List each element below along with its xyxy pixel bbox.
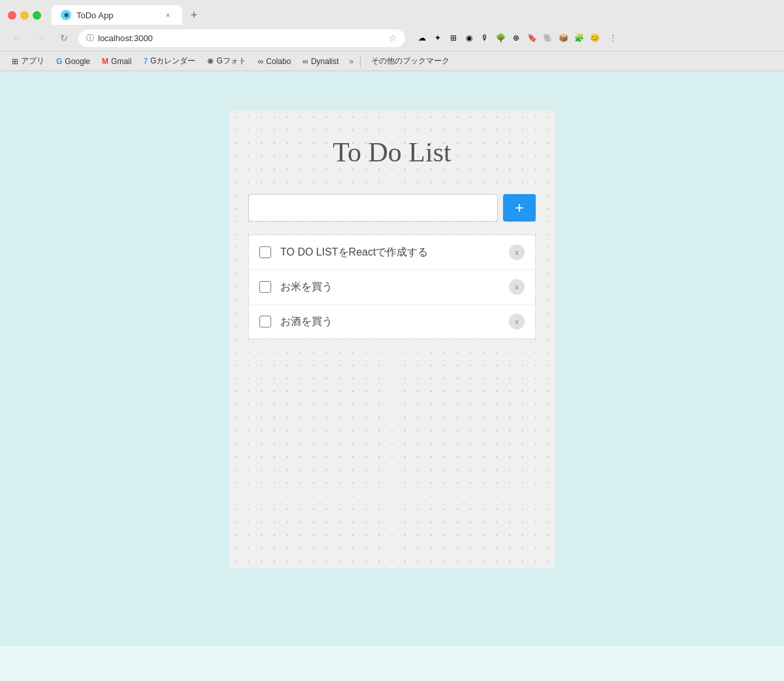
ext-9[interactable]: 🧩 (572, 31, 585, 44)
todo-text-1: TO DO LISTをReactで作成する (280, 246, 500, 259)
todo-delete-3[interactable]: x (509, 314, 525, 329)
bookmark-gcal[interactable]: 7 Gカレンダー (139, 54, 199, 68)
todo-checkbox-1[interactable] (259, 246, 271, 258)
colabo-icon: ∞ (258, 57, 264, 66)
lock-icon: ⓘ (86, 33, 94, 44)
todo-delete-1[interactable]: x (509, 244, 525, 260)
ext-10[interactable]: 😊 (588, 31, 601, 44)
todo-checkbox-3[interactable] (259, 316, 271, 327)
tab-favicon: ⚛ (61, 10, 71, 20)
ext-1[interactable]: ⊞ (447, 31, 460, 44)
page-content: To Do List + TO DO LISTをReactで作成する x お米を… (0, 71, 784, 646)
ext-dropbox[interactable]: ✦ (431, 31, 444, 44)
bookmark-google[interactable]: G Google (52, 56, 94, 67)
bookmark-gmail[interactable]: M Gmail (98, 56, 135, 67)
todo-list: TO DO LISTをReactで作成する x お米を買う x お酒を買う x (248, 235, 536, 339)
bookmark-apps-label: アプリ (21, 56, 44, 67)
todo-text-3: お酒を買う (280, 315, 500, 329)
active-tab[interactable]: ⚛ ToDo App × (52, 5, 182, 25)
address-bar-row: ← → ↻ ⓘ localhost:3000 ☆ ☁ ✦ ⊞ ◉ 🎙 🌳 ⊕ 🔖… (0, 25, 784, 51)
todo-text-2: お米を買う (280, 280, 500, 294)
ext-cloud[interactable]: ☁ (416, 31, 429, 44)
ext-5[interactable]: ⊕ (510, 31, 523, 44)
apps-icon: ⊞ (12, 57, 18, 66)
traffic-light-close[interactable] (8, 11, 16, 20)
bookmark-gphoto-label: Gフォト (216, 56, 246, 67)
todo-title: To Do List (248, 137, 536, 168)
todo-input-row: + (248, 194, 536, 222)
traffic-light-maximize[interactable] (33, 11, 41, 20)
gmail-icon: M (102, 57, 108, 66)
ext-2[interactable]: ◉ (463, 31, 476, 44)
url-display: localhost:3000 (98, 33, 385, 43)
tab-title: ToDo App (76, 10, 113, 20)
more-bookmarks-button[interactable]: » (350, 57, 354, 66)
refresh-button[interactable]: ↻ (55, 29, 73, 47)
dynalist-icon: ∞ (302, 57, 308, 66)
bookmark-colabo-label: Colabo (266, 57, 291, 66)
ext-3[interactable]: 🎙 (478, 31, 491, 44)
gcal-icon: 7 (143, 57, 148, 66)
google-icon: G (56, 57, 62, 66)
other-bookmarks-label: その他のブックマーク (371, 56, 449, 67)
browser-chrome: ⚛ ToDo App × + ← → ↻ ⓘ localhost:3000 ☆ … (0, 0, 784, 71)
bookmark-apps[interactable]: ⊞ アプリ (8, 54, 48, 68)
address-bar[interactable]: ⓘ localhost:3000 ☆ (78, 29, 405, 47)
more-menu-button[interactable]: ⋮ (604, 29, 622, 47)
bookmark-star-icon[interactable]: ☆ (389, 33, 397, 43)
traffic-light-minimize[interactable] (20, 11, 29, 20)
traffic-lights (8, 11, 41, 20)
bookmark-colabo[interactable]: ∞ Colabo (254, 56, 295, 67)
todo-card: To Do List + TO DO LISTをReactで作成する x お米を… (229, 110, 555, 568)
back-button[interactable]: ← (8, 29, 26, 47)
ext-4[interactable]: 🌳 (494, 31, 507, 44)
todo-item: TO DO LISTをReactで作成する x (249, 235, 535, 270)
todo-checkbox-2[interactable] (259, 281, 271, 293)
bookmark-gphoto[interactable]: ❋ Gフォト (203, 54, 250, 68)
tab-close-button[interactable]: × (163, 10, 173, 20)
todo-input[interactable] (248, 194, 498, 222)
bookmark-separator (360, 56, 361, 67)
new-tab-button[interactable]: + (185, 6, 203, 24)
ext-8[interactable]: 📦 (557, 31, 570, 44)
todo-delete-2[interactable]: x (509, 279, 525, 295)
tab-bar: ⚛ ToDo App × + (0, 0, 784, 25)
forward-button[interactable]: → (31, 29, 50, 47)
ext-7[interactable]: 🐘 (541, 31, 554, 44)
add-todo-button[interactable]: + (503, 194, 536, 222)
bookmark-google-label: Google (65, 57, 90, 66)
gphoto-icon: ❋ (207, 57, 214, 66)
bookmark-dynalist[interactable]: ∞ Dynalist (299, 56, 342, 67)
todo-item: お米を買う x (249, 270, 535, 305)
bookmark-other[interactable]: その他のブックマーク (367, 54, 453, 68)
todo-item: お酒を買う x (249, 305, 535, 339)
bookmark-bar: ⊞ アプリ G Google M Gmail 7 Gカレンダー ❋ Gフォト ∞… (0, 51, 784, 71)
bookmark-gmail-label: Gmail (111, 57, 131, 66)
bookmark-dynalist-label: Dynalist (311, 57, 339, 66)
extension-icons: ☁ ✦ ⊞ ◉ 🎙 🌳 ⊕ 🔖 🐘 📦 🧩 😊 ⋮ (416, 29, 622, 47)
ext-6[interactable]: 🔖 (525, 31, 538, 44)
bookmark-gcal-label: Gカレンダー (150, 56, 195, 67)
